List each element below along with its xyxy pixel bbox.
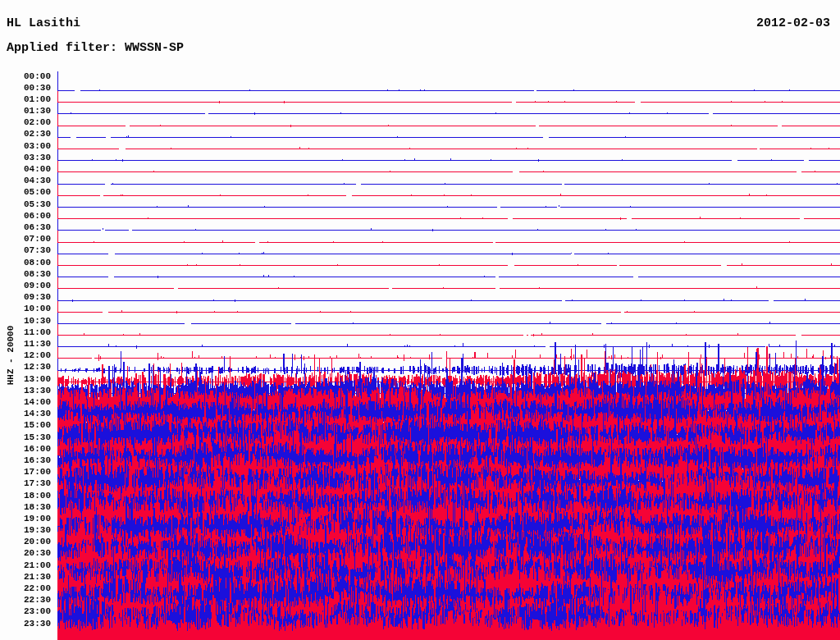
time-label: 11:30 — [0, 340, 51, 349]
time-label: 06:30 — [0, 223, 51, 232]
time-label: 10:00 — [0, 304, 51, 313]
time-label: 16:30 — [0, 456, 51, 465]
time-label: 16:00 — [0, 445, 51, 454]
time-label: 14:00 — [0, 398, 51, 407]
time-label: 20:30 — [0, 549, 51, 558]
time-label: 14:30 — [0, 409, 51, 418]
seismogram-canvas — [0, 0, 840, 640]
date-label: 2012-02-03 — [756, 16, 830, 30]
time-label: 22:30 — [0, 596, 51, 605]
time-label: 21:30 — [0, 573, 51, 582]
time-label: 09:30 — [0, 293, 51, 302]
time-label: 13:00 — [0, 375, 51, 384]
time-label: 00:00 — [0, 72, 51, 81]
time-label: 12:30 — [0, 363, 51, 372]
time-label: 03:30 — [0, 153, 51, 162]
time-label: 21:00 — [0, 561, 51, 570]
time-label: 17:30 — [0, 479, 51, 488]
time-label: 05:30 — [0, 200, 51, 209]
filter-label: Applied filter: WWSSN-SP — [7, 41, 184, 55]
helicorder-page: HL Lasithi 2012-02-03 Applied filter: WW… — [0, 0, 840, 640]
time-label: 04:30 — [0, 176, 51, 185]
time-label: 19:30 — [0, 526, 51, 535]
time-label: 09:00 — [0, 281, 51, 290]
station-title: HL Lasithi — [7, 16, 80, 30]
time-label: 08:30 — [0, 270, 51, 279]
time-label: 12:00 — [0, 351, 51, 360]
time-label: 17:00 — [0, 468, 51, 477]
time-label: 18:30 — [0, 503, 51, 512]
time-label: 02:30 — [0, 130, 51, 139]
time-label: 03:00 — [0, 142, 51, 151]
time-label: 13:30 — [0, 386, 51, 395]
time-label: 01:00 — [0, 95, 51, 104]
time-label: 20:00 — [0, 537, 51, 546]
time-label: 00:30 — [0, 84, 51, 93]
time-label: 22:00 — [0, 584, 51, 593]
time-label: 07:30 — [0, 246, 51, 255]
time-label: 19:00 — [0, 514, 51, 523]
time-label: 07:00 — [0, 235, 51, 244]
time-label: 08:00 — [0, 258, 51, 267]
time-label: 23:00 — [0, 607, 51, 616]
time-label: 04:00 — [0, 165, 51, 174]
time-label: 11:00 — [0, 328, 51, 337]
time-label: 10:30 — [0, 317, 51, 326]
time-label: 18:00 — [0, 491, 51, 501]
time-label: 01:30 — [0, 107, 51, 116]
time-label: 02:00 — [0, 118, 51, 127]
time-label: 15:30 — [0, 433, 51, 442]
time-label: 06:00 — [0, 212, 51, 221]
time-label: 15:00 — [0, 421, 51, 430]
time-label: 23:30 — [0, 619, 51, 629]
time-label: 05:00 — [0, 188, 51, 197]
